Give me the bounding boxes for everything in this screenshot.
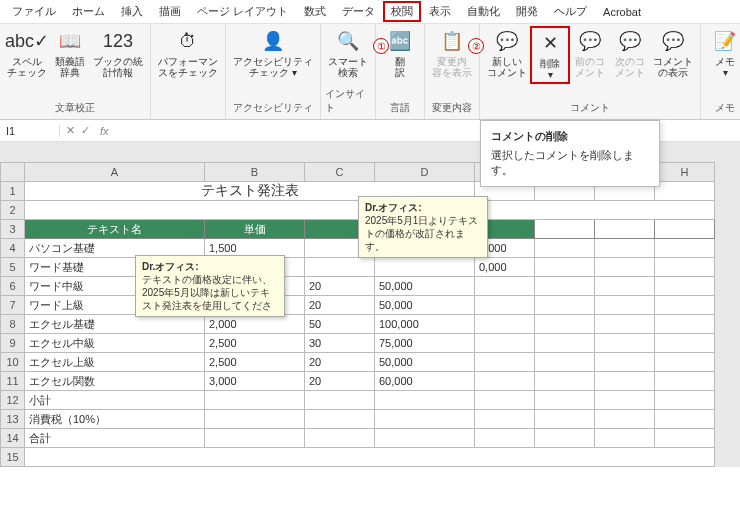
cell[interactable] <box>205 429 305 448</box>
menu-pagelayout[interactable]: ページ レイアウト <box>189 1 296 22</box>
spell-check-button[interactable]: abc✓スペル チェック <box>4 26 50 80</box>
cell[interactable] <box>375 429 475 448</box>
row-header[interactable]: 3 <box>1 220 25 239</box>
cell[interactable] <box>375 391 475 410</box>
cell[interactable]: 75,000 <box>375 334 475 353</box>
cell[interactable]: エクセル関数 <box>25 372 205 391</box>
cell[interactable] <box>305 391 375 410</box>
cell[interactable]: 20 <box>305 296 375 315</box>
cell[interactable]: 小計 <box>25 391 205 410</box>
menu-review[interactable]: 校閲 <box>383 1 421 22</box>
row-header[interactable]: 12 <box>1 391 25 410</box>
col-header-B[interactable]: B <box>205 163 305 182</box>
cell[interactable]: エクセル中級 <box>25 334 205 353</box>
translate-button[interactable]: 🔤翻 訳 <box>380 26 420 80</box>
cell[interactable]: 合計 <box>25 429 205 448</box>
menu-developer[interactable]: 開発 <box>508 1 546 22</box>
cell[interactable]: 消費税（10%） <box>25 410 205 429</box>
row-header[interactable]: 15 <box>1 448 25 467</box>
cell[interactable] <box>475 315 535 334</box>
cell[interactable] <box>305 258 375 277</box>
performance-button[interactable]: ⏱パフォーマン スをチェック <box>155 26 221 80</box>
row-header[interactable]: 1 <box>1 182 25 201</box>
select-all[interactable] <box>1 163 25 182</box>
row-header[interactable]: 2 <box>1 201 25 220</box>
menu-file[interactable]: ファイル <box>4 1 64 22</box>
cell[interactable]: テキスト名 <box>25 220 205 239</box>
fb-enter-icon[interactable]: ✓ <box>81 124 90 137</box>
cell[interactable]: 50,000 <box>375 296 475 315</box>
cell[interactable]: 3,000 <box>205 372 305 391</box>
row-header[interactable]: 7 <box>1 296 25 315</box>
menu-home[interactable]: ホーム <box>64 1 113 22</box>
cell[interactable]: 20 <box>305 277 375 296</box>
cell[interactable]: 0,000 <box>475 258 535 277</box>
cell[interactable] <box>305 429 375 448</box>
menu-draw[interactable]: 描画 <box>151 1 189 22</box>
cell-note-2[interactable]: Dr.オフィス: 2025年5月1日よりテキストの価格が改訂されます。 <box>358 196 488 258</box>
cell[interactable] <box>375 410 475 429</box>
row-header[interactable]: 8 <box>1 315 25 334</box>
col-header-D[interactable]: D <box>375 163 475 182</box>
menu-insert[interactable]: 挿入 <box>113 1 151 22</box>
col-header-C[interactable]: C <box>305 163 375 182</box>
menu-help[interactable]: ヘルプ <box>546 1 595 22</box>
cell[interactable] <box>375 258 475 277</box>
cell-note-1[interactable]: Dr.オフィス: テキストの価格改定に伴い、2025年5月以降は新しいテキスト発… <box>135 255 285 317</box>
thesaurus-button[interactable]: 📖類義語 辞典 <box>50 26 90 80</box>
fx-icon[interactable]: fx <box>96 125 113 137</box>
cell[interactable]: 60,000 <box>375 372 475 391</box>
row-header[interactable]: 6 <box>1 277 25 296</box>
cell[interactable]: 20 <box>305 353 375 372</box>
menu-acrobat[interactable]: Acrobat <box>595 3 649 21</box>
ribbon-group-label: 文章校正 <box>55 99 95 117</box>
cell[interactable] <box>475 410 535 429</box>
fb-cancel-icon[interactable]: ✕ <box>66 124 75 137</box>
name-box[interactable]: I1 <box>0 125 60 137</box>
cell[interactable]: エクセル上級 <box>25 353 205 372</box>
row-header[interactable]: 10 <box>1 353 25 372</box>
cell[interactable] <box>305 410 375 429</box>
cell[interactable]: 単価 <box>205 220 305 239</box>
cell[interactable]: エクセル基礎 <box>25 315 205 334</box>
cell[interactable] <box>475 296 535 315</box>
menu-automate[interactable]: 自動化 <box>459 1 508 22</box>
menu-formulas[interactable]: 数式 <box>296 1 334 22</box>
cell[interactable]: 2,500 <box>205 353 305 372</box>
col-header-H[interactable]: H <box>655 163 715 182</box>
cell[interactable] <box>205 391 305 410</box>
new-comment-button[interactable]: 💬新しい コメント <box>484 26 530 80</box>
accessibility-label: アクセシビリティ チェック ▾ <box>233 56 313 78</box>
row-header[interactable]: 11 <box>1 372 25 391</box>
cell[interactable] <box>475 334 535 353</box>
show-comments-button[interactable]: 💬コメント の表示 <box>650 26 696 80</box>
cell[interactable] <box>475 372 535 391</box>
cell[interactable]: 50,000 <box>375 353 475 372</box>
cell[interactable]: 100,000 <box>375 315 475 334</box>
cell[interactable]: 2,000 <box>205 315 305 334</box>
cell[interactable]: 30 <box>305 334 375 353</box>
menu-data[interactable]: データ <box>334 1 383 22</box>
cell[interactable] <box>475 353 535 372</box>
cell[interactable] <box>205 410 305 429</box>
row-header[interactable]: 14 <box>1 429 25 448</box>
cell[interactable] <box>475 391 535 410</box>
accessibility-button[interactable]: 👤アクセシビリティ チェック ▾ <box>230 26 316 80</box>
col-header-A[interactable]: A <box>25 163 205 182</box>
notes-button[interactable]: 📝メモ ▾ <box>705 26 740 80</box>
smart-lookup-button[interactable]: 🔍スマート 検索 <box>325 26 371 80</box>
row-header[interactable]: 4 <box>1 239 25 258</box>
cell[interactable] <box>475 277 535 296</box>
workbook-stats-button[interactable]: 123ブックの統 計情報 <box>90 26 146 80</box>
menu-view[interactable]: 表示 <box>421 1 459 22</box>
cell[interactable]: 50 <box>305 315 375 334</box>
cell[interactable] <box>475 429 535 448</box>
row-header[interactable]: 5 <box>1 258 25 277</box>
row-header[interactable]: 13 <box>1 410 25 429</box>
row-header[interactable]: 9 <box>1 334 25 353</box>
cell[interactable]: 50,000 <box>375 277 475 296</box>
cell[interactable]: 20 <box>305 372 375 391</box>
cell[interactable]: 2,500 <box>205 334 305 353</box>
worksheet[interactable]: ABCDEFGH1テキスト発注表23テキスト名単価4パソコン基礎1,5005,0… <box>0 142 740 467</box>
delete-comment-button[interactable]: ✕削除 ▾ <box>530 26 570 84</box>
